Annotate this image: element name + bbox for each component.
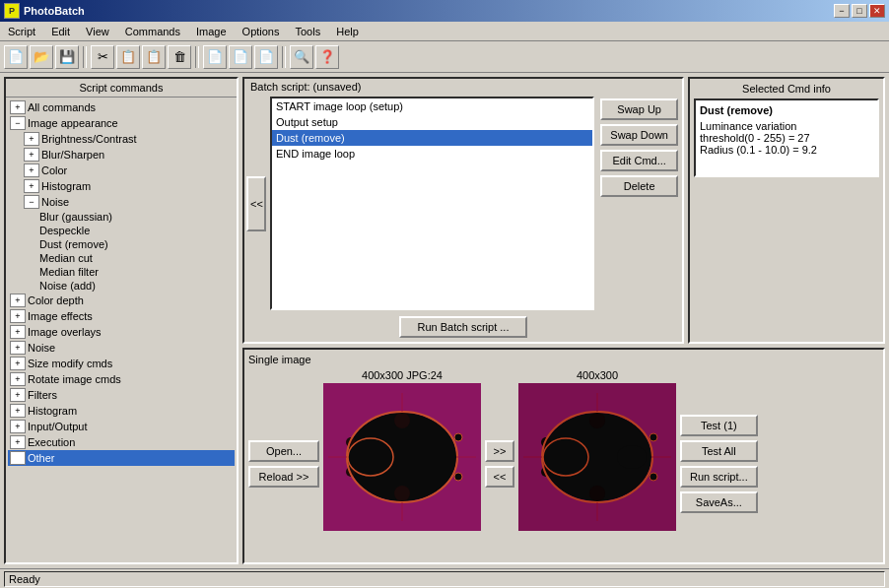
tree-item-noise-add[interactable]: Noise (add) <box>8 279 235 293</box>
maximize-button[interactable]: □ <box>852 4 867 18</box>
tree-item-median-filter[interactable]: Median filter <box>8 265 235 279</box>
menu-edit[interactable]: Edit <box>43 24 78 39</box>
script-commands-title: Script commands <box>6 79 237 98</box>
test1-button[interactable]: Test (1) <box>680 415 758 436</box>
svg-point-33 <box>650 473 657 481</box>
tree-item-filters[interactable]: + Filters <box>8 387 235 403</box>
batch-item-output-setup[interactable]: Output setup <box>272 114 592 130</box>
tree-item-image-overlays[interactable]: + Image overlays <box>8 324 235 340</box>
expander-noise-root[interactable]: + <box>10 341 26 355</box>
tree-item-despeckle[interactable]: Despeckle <box>8 224 235 237</box>
expander-input-output[interactable]: + <box>10 420 26 433</box>
expander-histogram[interactable]: + <box>24 179 39 193</box>
tree-item-execution[interactable]: + Execution <box>8 434 235 450</box>
expander-size-modify[interactable]: + <box>10 357 26 370</box>
help-button[interactable]: ❓ <box>315 45 339 69</box>
expander-all-commands[interactable]: + <box>10 100 26 114</box>
open-image-button[interactable]: Open... <box>248 440 319 462</box>
open-button[interactable]: 📂 <box>30 45 53 69</box>
menu-view[interactable]: View <box>78 24 117 39</box>
run-batch-button[interactable]: Run Batch script ... <box>399 316 527 338</box>
expander-other[interactable]: + <box>10 451 26 465</box>
tree-item-other[interactable]: + Other <box>8 450 235 466</box>
delete-cmd-button[interactable]: Delete <box>600 175 678 197</box>
batch-item-dust-remove[interactable]: Dust (remove) <box>272 130 592 146</box>
reload-image-button[interactable]: Reload >> <box>248 466 319 488</box>
tree-item-all-commands[interactable]: + All commands <box>8 99 235 115</box>
tree-label-image-effects: Image effects <box>28 310 93 322</box>
cmd-info-panel: Selected Cmd info Dust (remove) Luminanc… <box>688 77 885 344</box>
search-button[interactable]: 🔍 <box>290 45 313 69</box>
tree-label-median-filter: Median filter <box>39 266 99 278</box>
menu-commands[interactable]: Commands <box>117 24 188 39</box>
expander-image-effects[interactable]: + <box>10 309 26 323</box>
svg-point-7 <box>394 486 410 501</box>
doc3-button[interactable]: 📄 <box>254 45 278 69</box>
svg-point-5 <box>349 439 392 475</box>
collapse-left-button[interactable]: << <box>246 176 266 231</box>
copy-button[interactable]: 📋 <box>116 45 140 69</box>
run-script-button[interactable]: Run script... <box>680 466 758 488</box>
tree-item-rotate-image[interactable]: + Rotate image cmds <box>8 371 235 387</box>
tree-item-dust-remove[interactable]: Dust (remove) <box>8 237 235 251</box>
paste-button[interactable]: 📋 <box>142 45 166 69</box>
expander-image-overlays[interactable]: + <box>10 325 26 339</box>
test-all-button[interactable]: Test All <box>680 440 758 462</box>
tree-item-blur-gaussian[interactable]: Blur (gaussian) <box>8 210 235 224</box>
delete-button[interactable]: 🗑 <box>168 45 191 69</box>
svg-point-16 <box>454 433 462 441</box>
save-as-button[interactable]: SaveAs... <box>680 491 758 513</box>
new-button[interactable]: 📄 <box>4 45 28 69</box>
tree-item-image-effects[interactable]: + Image effects <box>8 308 235 324</box>
expander-image-appearance[interactable]: − <box>10 116 26 130</box>
expander-blur-sharpen[interactable]: + <box>24 148 39 162</box>
doc2-button[interactable]: 📄 <box>229 45 252 69</box>
tree-item-image-appearance[interactable]: − Image appearance <box>8 115 235 131</box>
batch-script-list[interactable]: START image loop (setup) Output setup Du… <box>270 97 594 310</box>
expander-execution[interactable]: + <box>10 435 26 449</box>
menu-image[interactable]: Image <box>188 24 235 39</box>
expander-color-depth[interactable]: + <box>10 294 26 307</box>
expander-brightness-contrast[interactable]: + <box>24 132 39 146</box>
tree-label-blur-gaussian: Blur (gaussian) <box>39 211 112 223</box>
expander-filters[interactable]: + <box>10 388 26 402</box>
menu-script[interactable]: Script <box>0 24 43 39</box>
tree-item-blur-sharpen[interactable]: + Blur/Sharpen <box>8 147 235 163</box>
tree-item-noise-root[interactable]: + Noise <box>8 340 235 356</box>
arrow-buttons: >> << <box>485 369 514 558</box>
tree-item-histogram-root[interactable]: + Histogram <box>8 403 235 419</box>
tree-item-median-cut[interactable]: Median cut <box>8 251 235 265</box>
tree-item-size-modify[interactable]: + Size modify cmds <box>8 356 235 371</box>
swap-down-button[interactable]: Swap Down <box>600 124 678 146</box>
batch-item-end-loop[interactable]: END image loop <box>272 146 592 162</box>
tree-item-brightness-contrast[interactable]: + Brightness/Contrast <box>8 131 235 147</box>
expander-noise[interactable]: − <box>24 195 39 209</box>
save-button[interactable]: 💾 <box>55 45 79 69</box>
menu-options[interactable]: Options <box>235 24 288 39</box>
cmd-info-details: Luminance variation threshold(0 - 255) =… <box>700 120 873 156</box>
swap-up-button[interactable]: Swap Up <box>600 98 678 120</box>
expander-rotate-image[interactable]: + <box>10 372 26 386</box>
expander-color[interactable]: + <box>24 163 39 177</box>
tree-item-noise[interactable]: − Noise <box>8 194 235 210</box>
cut-button[interactable]: ✂ <box>91 45 114 69</box>
toolbar-separator-3 <box>282 46 286 68</box>
back-arrow-button[interactable]: << <box>485 466 514 488</box>
edit-cmd-button[interactable]: Edit Cmd... <box>600 150 678 171</box>
tree-item-histogram[interactable]: + Histogram <box>8 178 235 194</box>
script-commands-panel: Script commands + All commands − Image a… <box>4 77 239 564</box>
tree-label-median-cut: Median cut <box>39 252 93 264</box>
expander-histogram-root[interactable]: + <box>10 404 26 418</box>
menu-tools[interactable]: Tools <box>288 24 329 39</box>
batch-item-start-loop[interactable]: START image loop (setup) <box>272 98 592 114</box>
svg-point-20 <box>544 439 587 475</box>
tree-item-color-depth[interactable]: + Color depth <box>8 293 235 308</box>
tree-item-color[interactable]: + Color <box>8 163 235 178</box>
doc1-button[interactable]: 📄 <box>203 45 227 69</box>
forward-arrow-button[interactable]: >> <box>485 440 514 462</box>
close-button[interactable]: ✕ <box>869 4 885 18</box>
tree-item-input-output[interactable]: + Input/Output <box>8 419 235 434</box>
menu-help[interactable]: Help <box>328 24 367 39</box>
svg-point-22 <box>589 413 605 428</box>
minimize-button[interactable]: − <box>834 4 850 18</box>
